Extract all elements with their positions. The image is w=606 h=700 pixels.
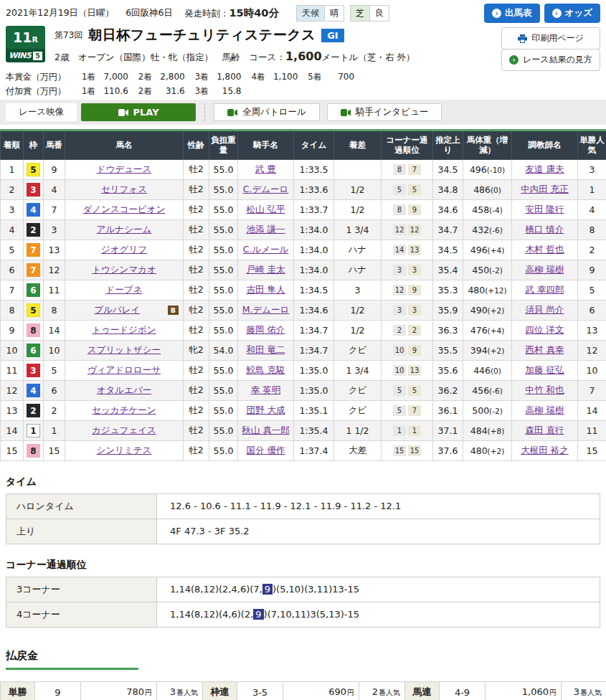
payout-type: 馬連 [405, 681, 440, 700]
finish-time: 1:35.0 [294, 380, 334, 400]
payout-selection: 9 [35, 681, 81, 700]
jockey-link[interactable]: M.デムーロ [242, 304, 290, 315]
finish-position: 12 [1, 380, 24, 400]
horse-name-link[interactable]: カジュフェイス [92, 425, 156, 435]
jockey-interview-button[interactable]: 騎手インタビュー [327, 103, 442, 121]
horse-name-link[interactable]: セリフォス [101, 184, 147, 194]
margin: 1 1/2 [334, 420, 382, 440]
finish-time: 1:34.0 [294, 219, 334, 240]
horse-name-link[interactable]: ドーブネ [106, 284, 143, 295]
trainer-link[interactable]: 四位 洋文 [526, 324, 564, 335]
jockey-link[interactable]: 幸 英明 [251, 384, 280, 395]
trainer-link[interactable]: 須貝 尚介 [526, 304, 564, 315]
jockey-link[interactable]: 和田 竜二 [247, 344, 285, 355]
prize-money: 本賞金（万円）1着7,0002着2,8003着1,8004着1,1005着700… [6, 71, 600, 98]
horse-name-link[interactable]: シンリミテス [97, 445, 152, 455]
jockey-link[interactable]: 松山 弘平 [247, 204, 285, 214]
finish-time: 1:35.1 [294, 400, 334, 420]
jockey-link[interactable]: 戸崎 圭太 [247, 264, 285, 275]
jockey-link[interactable]: 吉田 隼人 [247, 284, 285, 295]
trainer-link[interactable]: 高柳 瑞樹 [526, 405, 564, 415]
win-favorite: 14 [578, 400, 606, 420]
trainer-link[interactable]: 木村 哲也 [526, 244, 564, 255]
horse-name-link[interactable]: トゥードジボン [92, 324, 156, 335]
jockey-link[interactable]: 秋山 真一郎 [242, 425, 289, 435]
horse-name-link[interactable]: トウシンマカオ [92, 264, 156, 275]
horse-name-cell: トウシンマカオ [65, 260, 184, 280]
horse-number: 9 [44, 159, 65, 179]
trainer-link[interactable]: 森田 直行 [526, 425, 564, 435]
corner-4-position: 9 [408, 204, 421, 215]
result-guide-button[interactable]: › レース結果の見方 [501, 49, 600, 71]
horse-name-link[interactable]: スプリットザシー [87, 344, 161, 355]
jockey-link[interactable]: 鮫島 克駿 [247, 364, 285, 375]
jockey-link[interactable]: 武 豊 [255, 164, 276, 174]
sex-age: 牡2 [184, 420, 209, 440]
horse-name-link[interactable]: ヴィアドロローサ [87, 364, 161, 375]
carried-weight: 55.0 [209, 179, 238, 199]
horse-name-link[interactable]: セッカチケーン [92, 405, 156, 415]
prize-rank: 2着 [138, 86, 152, 97]
margin: 1 3/4 [334, 219, 382, 240]
payout-amount: 780円 [81, 681, 157, 700]
finish-position: 1 [1, 159, 24, 179]
print-page-button[interactable]: 印刷用ページ [501, 27, 600, 49]
jockey-link[interactable]: 国分 優作 [247, 445, 285, 455]
horse-name-link[interactable]: ドウデュース [97, 164, 151, 174]
prize-rank: 2着 [138, 72, 152, 82]
win5-badge[interactable]: WIN5 5 [6, 49, 45, 62]
turf-label: 芝 [351, 6, 369, 21]
trainer-link[interactable]: 友道 康夫 [526, 164, 564, 174]
horse-name-link[interactable]: アルナシーム [97, 224, 151, 235]
trainer-link[interactable]: 中内田 充正 [521, 184, 568, 194]
trainer-link[interactable]: 西村 真幸 [526, 344, 564, 355]
bracket-badge: 6 [27, 283, 40, 297]
jockey-link[interactable]: C.ルメール [243, 244, 289, 255]
body-weight-diff: (-10) [487, 166, 505, 174]
entries-button[interactable]: › 出馬表 [484, 4, 540, 23]
horse-name-link[interactable]: プルパレイ [94, 304, 140, 315]
trainer-link[interactable]: 大根田 裕之 [521, 445, 568, 455]
trainer-cell: 加藤 征弘 [512, 360, 578, 380]
trainer-link[interactable]: 安田 隆行 [526, 204, 564, 214]
trainer-link[interactable]: 中竹 和也 [526, 384, 564, 395]
jockey-link[interactable]: 藤岡 佑介 [247, 324, 285, 335]
trainer-link[interactable]: 加藤 征弘 [526, 364, 564, 375]
horse-name-cell: スプリットザシー [65, 340, 184, 360]
margin: ハナ [334, 260, 382, 280]
corner-order-cell: 22 [382, 320, 433, 340]
body-weight-diff: (0) [491, 366, 501, 375]
jockey-cell: 幸 英明 [238, 380, 294, 400]
race-conditions: 2歳 オープン（国際）牡・牝（指定） 馬齢 コース：1,600メートル（芝・右 … [55, 49, 415, 64]
trainer-link[interactable]: 橋口 慎介 [526, 224, 564, 235]
win-favorite: 6 [578, 300, 606, 320]
prize-extra-label: 付加賞（万円） [6, 85, 72, 98]
horse-number: 7 [44, 199, 65, 219]
play-button[interactable]: PLAY [81, 103, 196, 121]
carried-weight: 55.0 [209, 219, 238, 240]
page-header: 2021年12月19日（日曜） 6回阪神6日 発走時刻：15時40分 天候 晴 … [0, 0, 606, 98]
prize-rank: 3着 [195, 72, 209, 82]
patrol-video-button[interactable]: 全周パトロール [214, 103, 320, 121]
odds-button[interactable]: › オッズ [544, 4, 600, 23]
jockey-link[interactable]: 池添 謙一 [247, 224, 285, 235]
horse-name-link[interactable]: ダノンスコーピオン [83, 204, 166, 214]
trainer-link[interactable]: 武 幸四郎 [526, 284, 564, 295]
prize-extra-items: 1着110.62着31.63着15.8 [72, 86, 241, 96]
results-column-header: 着差 [334, 131, 382, 160]
weather-label: 天候 [297, 6, 324, 21]
horse-name-link[interactable]: ジオグリフ [101, 244, 147, 255]
bracket-cell: 3 [24, 360, 44, 380]
trainer-link[interactable]: 高柳 瑞樹 [526, 264, 564, 275]
bracket-cell: 5 [24, 159, 44, 179]
horse-name-link[interactable]: オタルエバー [97, 384, 151, 395]
corner-4-position: 7 [408, 164, 421, 175]
body-weight: 484(+8) [463, 420, 512, 440]
jockey-link[interactable]: 団野 大成 [247, 405, 285, 415]
finish-time: 1:33.5 [294, 159, 334, 179]
prize-rank: 3着 [195, 86, 209, 97]
finish-position: 5 [1, 240, 24, 260]
race-video-label: レース映像 [6, 103, 77, 121]
prize-rank: 5着 [308, 72, 321, 82]
jockey-link[interactable]: C.デムーロ [243, 184, 289, 194]
